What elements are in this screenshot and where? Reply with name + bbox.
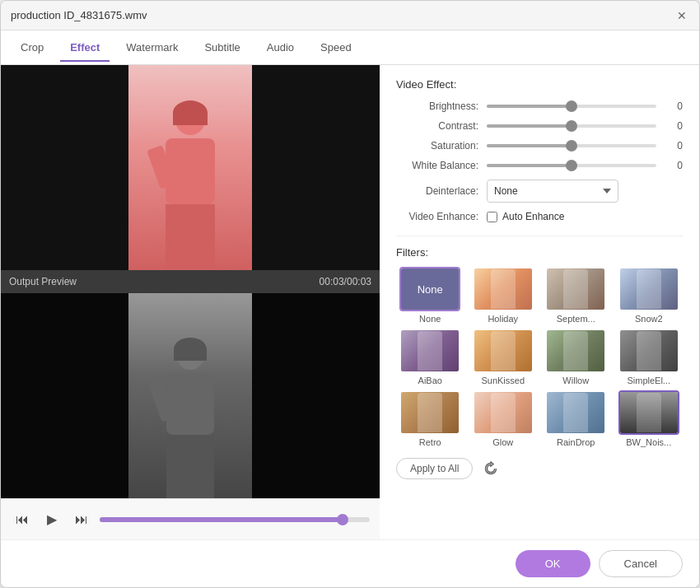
filter-willow[interactable]: Willow [542,329,610,385]
filter-label-simpleel: SimpleEl... [627,376,670,385]
filter-label-aibao: AiBao [418,376,442,385]
brightness-slider[interactable] [487,105,656,108]
tab-audio[interactable]: Audio [257,35,304,62]
white-balance-label: White Balance: [396,160,487,171]
white-balance-row: White Balance: 0 [396,160,683,171]
brightness-value: 0 [663,100,683,112]
output-preview-label: Output Preview [9,276,77,287]
preview-output [1,293,380,498]
divider [396,236,683,236]
filter-thumb-simpleel[interactable] [618,329,679,373]
contrast-row: Contrast: 0 [396,120,683,132]
contrast-slider[interactable] [487,124,656,128]
filter-holiday[interactable]: Holiday [469,267,538,324]
filter-september[interactable]: Septem... [542,267,610,324]
filter-label-glow: Glow [492,437,513,447]
controls-bar: ⏮ ▶ ⏭ [1,498,380,539]
filter-label-holiday: Holiday [488,314,518,324]
filter-label-raindrop: RainDrop [557,437,595,447]
close-button[interactable]: ✕ [674,8,689,23]
preview-separator: Output Preview 00:03/00:03 [1,270,380,293]
deinterlace-label: Deinterlace: [396,185,487,197]
filter-sunkissed[interactable]: SunKissed [469,329,538,385]
cancel-button[interactable]: Cancel [599,550,683,577]
filter-thumb-sunkissed[interactable] [473,329,534,373]
filter-thumb-bwnoise[interactable] [618,390,679,435]
auto-enhance-checkbox-label[interactable]: Auto Enhance [487,211,564,222]
filter-thumb-retro[interactable] [399,390,460,435]
deinterlace-select[interactable]: None Bob Blend Mean [487,180,618,203]
tab-subtitle[interactable]: Subtitle [194,35,250,62]
filter-label-snow2: Snow2 [635,314,663,324]
filter-label-none: None [419,314,441,324]
progress-track[interactable] [100,517,370,522]
brightness-row: Brightness: 0 [396,100,683,112]
refresh-icon [483,461,498,476]
video-enhance-label: Video Enhance: [396,211,487,222]
filter-bwnoise[interactable]: BW_Nois... [615,390,684,447]
video-effect-title: Video Effect: [396,78,683,91]
app-window: production ID_4831675.wmv ✕ Crop Effect … [0,0,700,588]
contrast-value: 0 [663,120,683,132]
footer: OK Cancel [1,539,699,587]
white-balance-value: 0 [663,160,683,171]
filter-label-sunkissed: SunKissed [481,376,525,385]
filter-label-september: Septem... [557,314,595,324]
contrast-label: Contrast: [396,120,487,132]
apply-to-all-button[interactable]: Apply to All [396,458,473,479]
filter-none-label: None [418,283,443,296]
filter-thumb-aibao[interactable] [399,329,460,373]
filter-thumb-snow2[interactable] [618,267,679,311]
filter-glow[interactable]: Glow [469,390,538,447]
tab-speed[interactable]: Speed [310,35,362,62]
auto-enhance-checkbox[interactable] [487,212,497,222]
window-title: production ID_4831675.wmv [11,9,147,21]
filter-snow2[interactable]: Snow2 [615,267,684,324]
filter-label-willow: Willow [562,376,589,385]
auto-enhance-label: Auto Enhance [502,211,564,222]
tab-effect[interactable]: Effect [60,35,110,62]
filter-thumb-september[interactable] [545,267,606,311]
ok-button[interactable]: OK [516,550,590,577]
tab-watermark[interactable]: Watermark [116,35,188,62]
deinterlace-row: Deinterlace: None Bob Blend Mean [396,180,683,203]
video-enhance-row: Video Enhance: Auto Enhance [396,211,683,222]
skip-forward-button[interactable]: ⏭ [70,508,93,531]
filter-simpleel[interactable]: SimpleEl... [615,329,684,385]
saturation-label: Saturation: [396,140,487,152]
filter-thumb-willow[interactable] [545,329,606,373]
filter-label-retro: Retro [419,437,441,447]
filter-thumb-holiday[interactable] [473,267,534,311]
preview-main [1,65,380,270]
filter-thumb-glow[interactable] [473,390,534,435]
saturation-row: Saturation: 0 [396,140,683,152]
filter-aibao[interactable]: AiBao [396,329,464,385]
refresh-button[interactable] [479,457,502,480]
left-panel: Output Preview 00:03/00:03 [1,65,380,539]
play-button[interactable]: ▶ [40,508,63,531]
filter-raindrop[interactable]: RainDrop [542,390,610,447]
filter-label-bwnoise: BW_Nois... [626,437,671,447]
filter-none[interactable]: None None [396,267,464,324]
white-balance-slider[interactable] [487,164,656,167]
filter-thumb-none[interactable]: None [399,267,460,311]
progress-fill [100,517,343,522]
skip-back-button[interactable]: ⏮ [11,508,34,531]
filters-grid: None None Holiday [396,267,683,447]
brightness-label: Brightness: [396,100,487,112]
timestamp: 00:03/00:03 [320,276,371,287]
filters-title: Filters: [396,246,683,259]
progress-thumb[interactable] [337,514,348,525]
tab-bar: Crop Effect Watermark Subtitle Audio Spe… [1,30,699,65]
saturation-value: 0 [663,140,683,152]
content-area: Output Preview 00:03/00:03 [1,65,699,539]
tab-crop[interactable]: Crop [11,35,54,62]
title-bar: production ID_4831675.wmv ✕ [1,1,699,30]
apply-row: Apply to All [396,457,683,480]
filter-thumb-raindrop[interactable] [545,390,606,435]
filter-retro[interactable]: Retro [396,390,464,447]
saturation-slider[interactable] [487,144,656,147]
right-panel: Video Effect: Brightness: 0 Contrast: 0 [380,65,699,539]
